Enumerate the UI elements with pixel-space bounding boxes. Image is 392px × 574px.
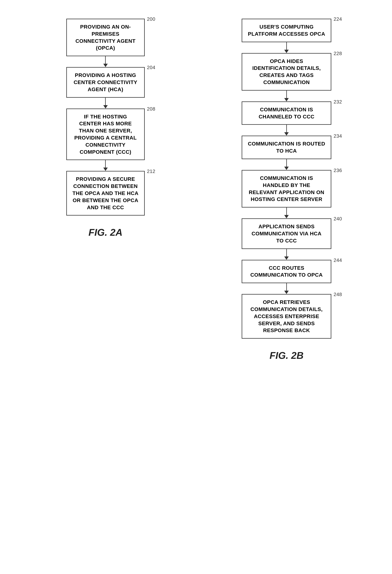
arrow-head xyxy=(284,132,289,136)
box-232: 232 COMMUNICATION IS CHANNELED TO CCC xyxy=(242,102,331,125)
box-248: 248 OPCA RETRIEVES COMMUNICATION DETAILS… xyxy=(242,294,331,339)
step-234-text: COMMUNICATION IS ROUTED TO HCA xyxy=(248,141,325,154)
step-240: 240 APPLICATION SENDS COMMUNICATION VIA … xyxy=(242,218,331,249)
box-236: 236 COMMUNICATION IS HANDLED BY THE RELE… xyxy=(242,170,331,207)
step-248-text: OPCA RETRIEVES COMMUNICATION DETAILS, AC… xyxy=(250,299,323,333)
arrow-200-204 xyxy=(103,56,108,67)
box-212: 212 PROVIDING A SECURE CONNECTION BETWEE… xyxy=(66,171,145,216)
arrow-232-234 xyxy=(284,125,289,136)
box-244: 244 CCC ROUTES COMMUNICATION TO OPCA xyxy=(242,260,331,283)
arrow-head xyxy=(284,256,289,260)
step-200-label: 200 xyxy=(147,16,155,22)
step-248: 248 OPCA RETRIEVES COMMUNICATION DETAILS… xyxy=(242,294,331,339)
box-208: 208 IF THE HOSTING CENTER HAS MORE THAN … xyxy=(66,108,145,160)
step-228-text: OPCA HIDES IDENTIFICATION DETAILS, CREAT… xyxy=(252,58,321,85)
step-236-label: 236 xyxy=(333,167,342,174)
arrow-line xyxy=(286,91,287,98)
box-204: 204 PROVIDING A HOSTING CENTER CONNECTIV… xyxy=(66,67,145,98)
box-234: 234 COMMUNICATION IS ROUTED TO HCA xyxy=(242,136,331,159)
step-232-text: COMMUNICATION IS CHANNELED TO CCC xyxy=(259,107,314,120)
step-244-label: 244 xyxy=(333,257,342,264)
fig2a-label: FIG. 2A xyxy=(88,227,123,238)
step-224-text: USER'S COMPUTING PLATFORM ACCESSES OPCA xyxy=(248,24,325,37)
box-224: 224 USER'S COMPUTING PLATFORM ACCESSES O… xyxy=(242,19,331,42)
fig2b-column: 224 USER'S COMPUTING PLATFORM ACCESSES O… xyxy=(196,19,377,361)
step-228-label: 228 xyxy=(333,50,342,57)
arrow-204-208 xyxy=(103,98,108,108)
arrow-236-240 xyxy=(284,207,289,218)
arrow-head xyxy=(284,291,289,294)
arrow-240-244 xyxy=(284,249,289,260)
step-232: 232 COMMUNICATION IS CHANNELED TO CCC xyxy=(242,102,331,125)
arrow-head xyxy=(103,167,108,171)
arrow-line xyxy=(105,160,106,167)
arrow-head xyxy=(284,167,289,170)
arrow-208-212 xyxy=(103,160,108,171)
fig2b-label: FIG. 2B xyxy=(269,350,304,361)
step-212-label: 212 xyxy=(147,168,155,175)
arrow-line xyxy=(286,42,287,50)
step-240-label: 240 xyxy=(333,216,342,222)
arrow-234-236 xyxy=(284,159,289,170)
step-204-text: PROVIDING A HOSTING CENTER CONNECTIVITY … xyxy=(74,72,137,92)
arrow-228-232 xyxy=(284,91,289,102)
arrow-line xyxy=(286,207,287,215)
arrow-244-248 xyxy=(284,283,289,294)
arrow-head xyxy=(103,64,108,67)
step-208: 208 IF THE HOSTING CENTER HAS MORE THAN … xyxy=(66,108,145,160)
arrow-head xyxy=(284,50,289,53)
step-212: 212 PROVIDING A SECURE CONNECTION BETWEE… xyxy=(66,171,145,216)
arrow-line xyxy=(105,98,106,105)
arrow-line xyxy=(286,283,287,291)
page-content: 200 PROVIDING AN ON-PREMISES CONNECTIVIT… xyxy=(15,11,377,361)
step-236-text: COMMUNICATION IS HANDLED BY THE RELEVANT… xyxy=(249,175,324,202)
step-200-text: PROVIDING AN ON-PREMISES CONNECTIVITY AG… xyxy=(75,24,136,51)
arrow-224-228 xyxy=(284,42,289,53)
step-232-label: 232 xyxy=(333,99,342,105)
step-212-text: PROVIDING A SECURE CONNECTION BETWEEN TH… xyxy=(72,176,138,210)
step-200: 200 PROVIDING AN ON-PREMISES CONNECTIVIT… xyxy=(66,19,145,56)
step-208-text: IF THE HOSTING CENTER HAS MORE THAN ONE … xyxy=(74,114,137,155)
step-224: 224 USER'S COMPUTING PLATFORM ACCESSES O… xyxy=(242,19,331,42)
box-228: 228 OPCA HIDES IDENTIFICATION DETAILS, C… xyxy=(242,53,331,91)
fig2a-column: 200 PROVIDING AN ON-PREMISES CONNECTIVIT… xyxy=(15,19,196,361)
step-228: 228 OPCA HIDES IDENTIFICATION DETAILS, C… xyxy=(242,53,331,91)
step-240-text: APPLICATION SENDS COMMUNICATION VIA HCA … xyxy=(251,224,321,244)
step-244-text: CCC ROUTES COMMUNICATION TO OPCA xyxy=(250,265,323,278)
arrow-line xyxy=(286,125,287,132)
step-224-label: 224 xyxy=(333,16,342,22)
step-248-label: 248 xyxy=(333,291,342,298)
arrow-head xyxy=(103,105,108,108)
step-204-label: 204 xyxy=(147,64,155,71)
arrow-head xyxy=(284,98,289,102)
step-234: 234 COMMUNICATION IS ROUTED TO HCA xyxy=(242,136,331,159)
step-208-label: 208 xyxy=(147,106,155,112)
box-240: 240 APPLICATION SENDS COMMUNICATION VIA … xyxy=(242,218,331,249)
step-234-label: 234 xyxy=(333,133,342,139)
step-204: 204 PROVIDING A HOSTING CENTER CONNECTIV… xyxy=(66,67,145,98)
arrow-line xyxy=(286,159,287,167)
box-200: 200 PROVIDING AN ON-PREMISES CONNECTIVIT… xyxy=(66,19,145,56)
arrow-line xyxy=(286,249,287,256)
step-236: 236 COMMUNICATION IS HANDLED BY THE RELE… xyxy=(242,170,331,207)
arrow-line xyxy=(105,56,106,64)
step-244: 244 CCC ROUTES COMMUNICATION TO OPCA xyxy=(242,260,331,283)
arrow-head xyxy=(284,215,289,218)
